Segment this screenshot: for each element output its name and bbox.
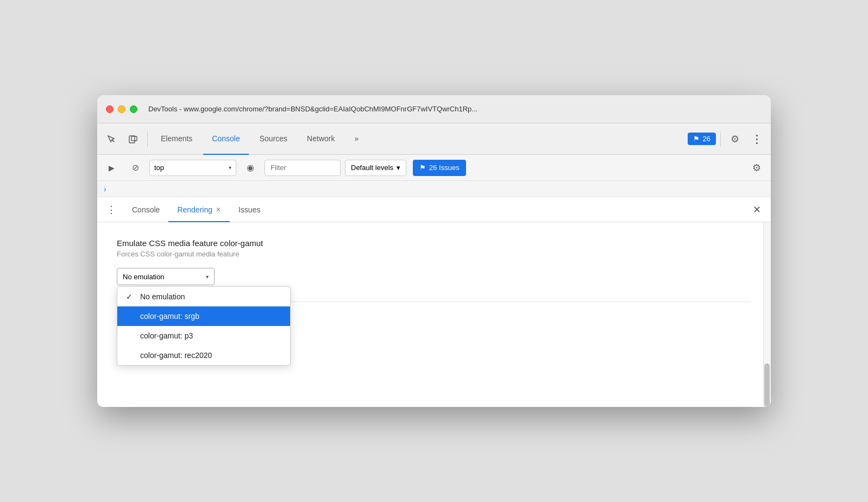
gear-icon2: ⚙ [752, 162, 761, 174]
dropdown-option-rec2020[interactable]: color-gamut: rec2020 [117, 346, 290, 365]
inspect-element-button[interactable] [102, 129, 121, 149]
checkmark-icon: ✓ [126, 292, 135, 301]
default-levels-arrow-icon: ▾ [397, 164, 400, 172]
color-gamut-selected: No emulation [123, 273, 165, 281]
window-title: DevTools - www.google.com/chrome/?brand=… [148, 105, 762, 113]
option-label: color-gamut: srgb [140, 312, 199, 321]
titlebar: DevTools - www.google.com/chrome/?brand=… [97, 95, 771, 123]
option-label: No emulation [140, 292, 185, 301]
more-options-button[interactable]: ⋮ [747, 129, 766, 149]
subtab-issues[interactable]: Issues [230, 197, 269, 222]
option-label: color-gamut: rec2020 [140, 351, 212, 360]
scrollbar-thumb[interactable] [764, 363, 770, 407]
svg-rect-1 [131, 136, 137, 141]
more-vert-icon: ⋮ [751, 133, 762, 146]
color-gamut-dropdown-container: No emulation ▾ ✓ No emulation color-gamu… [117, 268, 215, 285]
color-gamut-dropdown[interactable]: No emulation ▾ [117, 268, 215, 285]
devtools-toolbar: Elements Console Sources Network » ⚑ 26 … [97, 123, 771, 155]
tab-network[interactable]: Network [298, 123, 343, 155]
maximize-button[interactable] [130, 105, 137, 113]
main-content-area: Emulate CSS media feature color-gamut Fo… [97, 222, 771, 407]
context-dropdown[interactable]: top ▾ [149, 160, 236, 176]
settings-button[interactable]: ⚙ [725, 129, 745, 149]
default-levels-button[interactable]: Default levels ▾ [345, 160, 406, 176]
run-script-button[interactable]: ▶ [102, 158, 121, 178]
subtab-rendering-label: Rendering [177, 205, 212, 214]
issues-flag-icon: ⚑ [419, 164, 426, 172]
dropdown-option-srgb[interactable]: color-gamut: srgb [117, 306, 290, 326]
eye-icon: ◉ [247, 162, 254, 173]
section-color-gamut: Emulate CSS media feature color-gamut Fo… [117, 239, 751, 285]
subtab-console[interactable]: Console [123, 197, 168, 222]
svg-rect-0 [129, 136, 135, 143]
close-button[interactable] [106, 105, 114, 113]
subtab-rendering-close[interactable]: ✕ [216, 206, 221, 214]
section-desc: Forces CSS color-gamut media feature [117, 250, 751, 258]
traffic-lights [106, 105, 137, 113]
scrollbar[interactable] [763, 222, 771, 407]
default-levels-label: Default levels [351, 164, 393, 172]
option-label: color-gamut: p3 [140, 331, 193, 340]
minimize-button[interactable] [118, 105, 125, 113]
device-toggle-button[interactable] [123, 129, 143, 149]
close-panel-button[interactable]: ✕ [749, 202, 764, 217]
section-title: Emulate CSS media feature color-gamut [117, 239, 751, 248]
issues-label: 26 Issues [429, 164, 460, 172]
eye-button[interactable]: ◉ [241, 158, 260, 178]
issues-count: 26 [703, 135, 710, 143]
dropdown-option-no-emulation[interactable]: ✓ No emulation [117, 287, 290, 306]
console-settings-button[interactable]: ⚙ [747, 158, 766, 178]
dropdown-option-p3[interactable]: color-gamut: p3 [117, 326, 290, 346]
dropdown-arrow-icon: ▾ [206, 274, 209, 280]
color-gamut-dropdown-menu: ✓ No emulation color-gamut: srgb color-g… [117, 286, 291, 366]
breadcrumb-row: › [97, 181, 771, 197]
context-value: top [154, 164, 164, 172]
tab-elements[interactable]: Elements [152, 123, 201, 155]
block-icon: ⊘ [132, 162, 139, 173]
subtabs-menu-button[interactable]: ⋮ [104, 202, 119, 217]
subtab-issues-label: Issues [238, 205, 260, 214]
main-content: Emulate CSS media feature color-gamut Fo… [97, 222, 771, 407]
tab-more[interactable]: » [345, 123, 367, 155]
chevron-down-icon: ▾ [229, 165, 231, 171]
devtools-window: DevTools - www.google.com/chrome/?brand=… [97, 95, 771, 407]
subtab-console-label: Console [132, 205, 160, 214]
subtab-rendering[interactable]: Rendering ✕ [168, 197, 230, 222]
breadcrumb-arrow[interactable]: › [104, 185, 106, 193]
gear-icon: ⚙ [731, 133, 739, 145]
tab-sources[interactable]: Sources [251, 123, 296, 155]
issues-badge[interactable]: ⚑ 26 [688, 133, 716, 145]
devtools-toolbar2: ▶ ⊘ top ▾ ◉ Default levels ▾ ⚑ 26 Issues… [97, 155, 771, 181]
tab-console[interactable]: Console [203, 123, 248, 155]
issues-count-button[interactable]: ⚑ 26 Issues [413, 160, 466, 176]
block-button[interactable]: ⊘ [125, 158, 145, 178]
filter-input[interactable] [265, 160, 341, 176]
toolbar-divider2 [720, 131, 721, 147]
toolbar-divider [147, 131, 148, 147]
play-icon: ▶ [109, 164, 115, 172]
subtabs-bar: ⋮ Console Rendering ✕ Issues ✕ [97, 197, 771, 222]
flag-icon: ⚑ [693, 135, 700, 143]
